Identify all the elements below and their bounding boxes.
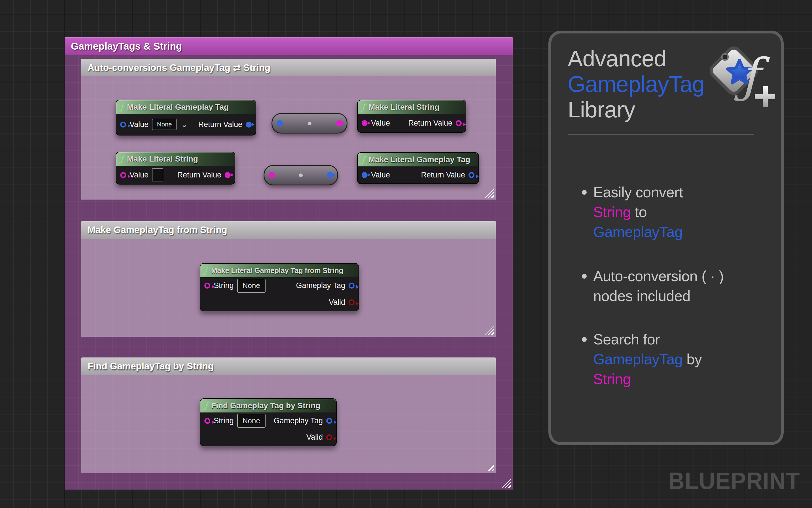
pin-conversion-output[interactable] <box>336 120 343 126</box>
bullet-convert: Easily convert String to GameplayTag <box>593 182 763 242</box>
comment-title: Make GameplayTag from String <box>88 224 227 235</box>
node-title: Make Literal Gameplay Tag <box>368 155 470 164</box>
string-text-field[interactable]: None <box>237 414 266 428</box>
pin-label: Return Value <box>198 120 242 129</box>
panel-title: Advanced GameplayTag Library <box>568 46 705 122</box>
chevron-down-icon[interactable]: ⌄ <box>181 120 188 129</box>
bullet-line: String <box>593 369 763 389</box>
node-auto-conversion-tag-to-string[interactable] <box>272 113 348 133</box>
pin-valid-output[interactable] <box>326 434 332 440</box>
bullet-line: GameplayTag by <box>593 349 763 369</box>
node-header[interactable]: ƒ Make Literal Gameplay Tag from String <box>200 264 359 277</box>
node-make-literal-string[interactable]: ƒ Make Literal String Value Return Value <box>357 100 466 133</box>
panel-title-line: Library <box>568 97 705 122</box>
node-title: Find Gameplay Tag by String <box>211 401 320 410</box>
pin-label: Gameplay Tag <box>273 416 323 425</box>
bullet-dot <box>582 337 587 342</box>
node-auto-conversion-string-to-tag[interactable] <box>264 165 338 185</box>
pin-value-input[interactable] <box>120 122 126 128</box>
node-title: Make Literal Gameplay Tag from String <box>211 266 343 275</box>
pin-return-value-output[interactable] <box>456 120 462 126</box>
node-header[interactable]: ƒ Find Gameplay Tag by String <box>200 399 336 413</box>
comment-find-tag-by-string[interactable]: Find GameplayTag by String ƒ Find Gamepl… <box>81 357 496 473</box>
pin-conversion-input[interactable] <box>269 172 275 178</box>
comment-header[interactable]: GameplayTags & String <box>64 37 513 55</box>
conversion-dot-icon <box>308 122 312 125</box>
node-header[interactable]: ƒ Make Literal Gameplay Tag <box>358 153 479 166</box>
info-panel: Advanced GameplayTag Library ƒ <box>548 31 784 445</box>
comment-gameplaytags-string[interactable]: GameplayTags & String Auto-conversions G… <box>64 37 513 490</box>
conversion-dot-icon <box>299 173 303 177</box>
node-title: Make Literal String <box>368 102 440 112</box>
node-title: Make Literal String <box>127 155 198 164</box>
pin-label: Value <box>130 120 148 129</box>
function-icon: ƒ <box>120 155 123 163</box>
value-text-field[interactable] <box>152 168 163 181</box>
comment-title: GameplayTags & String <box>71 41 182 52</box>
comment-title: Find GameplayTag by String <box>88 361 214 372</box>
pin-label: Return Value <box>408 119 452 128</box>
value-dropdown[interactable]: None <box>152 119 177 130</box>
pin-value-input[interactable] <box>362 120 368 126</box>
pin-return-value-output[interactable] <box>246 122 252 128</box>
pin-label: String <box>214 416 234 425</box>
pin-value-input[interactable] <box>362 172 368 178</box>
pin-return-value-output[interactable] <box>225 172 231 178</box>
function-icon: ƒ <box>120 103 123 112</box>
function-icon: ƒ <box>205 266 208 275</box>
blueprint-watermark: BLUEPRINT <box>668 467 800 495</box>
pin-string-input[interactable] <box>205 418 210 424</box>
pin-valid-output[interactable] <box>349 299 355 305</box>
pin-conversion-output[interactable] <box>327 172 333 178</box>
comment-auto-conversions[interactable]: Auto-conversions GameplayTag ⇄ String ƒ … <box>81 59 496 200</box>
string-text-field[interactable]: None <box>237 279 266 293</box>
bullet-line: String to <box>593 202 763 222</box>
function-icon: ƒ <box>205 401 208 410</box>
bullet-line: Easily convert <box>593 182 763 202</box>
comment-make-tag-from-string[interactable]: Make GameplayTag from String ƒ Make Lite… <box>81 221 496 337</box>
comment-header[interactable]: Make GameplayTag from String <box>81 221 496 239</box>
bullet-line: nodes included <box>593 286 763 306</box>
node-make-literal-string-2[interactable]: ƒ Make Literal String Value Return Value <box>116 152 235 184</box>
bullet-line: Auto-conversion ( · ) <box>593 266 763 286</box>
node-make-literal-gameplay-tag[interactable]: ƒ Make Literal Gameplay Tag Value None ⌄… <box>116 100 256 135</box>
node-make-literal-gameplay-tag-from-string[interactable]: ƒ Make Literal Gameplay Tag from String … <box>200 263 359 311</box>
panel-divider <box>568 134 754 135</box>
pin-label: Valid <box>306 433 323 442</box>
pin-label: Value <box>371 119 390 128</box>
function-icon: ƒ <box>362 103 365 112</box>
bullet-search: Search for GameplayTag by String <box>593 329 763 389</box>
node-header[interactable]: ƒ Make Literal Gameplay Tag <box>116 100 256 114</box>
panel-title-line: Advanced <box>568 46 705 72</box>
bullet-dot <box>582 190 587 195</box>
pin-label: Value <box>130 171 148 179</box>
function-icon: ƒ <box>362 155 365 164</box>
node-title: Make Literal Gameplay Tag <box>127 102 229 112</box>
pin-gameplay-tag-output[interactable] <box>349 283 355 289</box>
pin-return-value-output[interactable] <box>468 172 475 178</box>
pin-label: Return Value <box>421 171 465 179</box>
node-make-literal-gameplay-tag-2[interactable]: ƒ Make Literal Gameplay Tag Value Return… <box>357 152 479 184</box>
pin-string-input[interactable] <box>205 283 210 289</box>
pin-label: Return Value <box>177 171 221 179</box>
bullet-line: GameplayTag <box>593 222 763 242</box>
comment-header[interactable]: Find GameplayTag by String <box>81 357 496 375</box>
pin-label: String <box>214 281 234 290</box>
pin-conversion-input[interactable] <box>277 120 283 126</box>
bullet-auto-conversion: Auto-conversion ( · ) nodes included <box>593 266 763 306</box>
gameplaytag-function-icon: ƒ <box>710 46 775 109</box>
node-header[interactable]: ƒ Make Literal String <box>116 152 235 166</box>
blueprint-graph-canvas[interactable]: GameplayTags & String Auto-conversions G… <box>0 0 812 508</box>
node-find-gameplay-tag-by-string[interactable]: ƒ Find Gameplay Tag by String String Non… <box>200 398 337 446</box>
node-header[interactable]: ƒ Make Literal String <box>358 100 466 114</box>
panel-title-line: GameplayTag <box>568 72 705 97</box>
pin-value-input[interactable] <box>120 172 126 178</box>
pin-label: Valid <box>329 298 345 307</box>
bullet-line: Search for <box>593 329 763 349</box>
pin-gameplay-tag-output[interactable] <box>326 418 332 424</box>
pin-label: Gameplay Tag <box>296 281 345 290</box>
bullet-dot <box>582 274 587 279</box>
pin-label: Value <box>371 171 390 179</box>
